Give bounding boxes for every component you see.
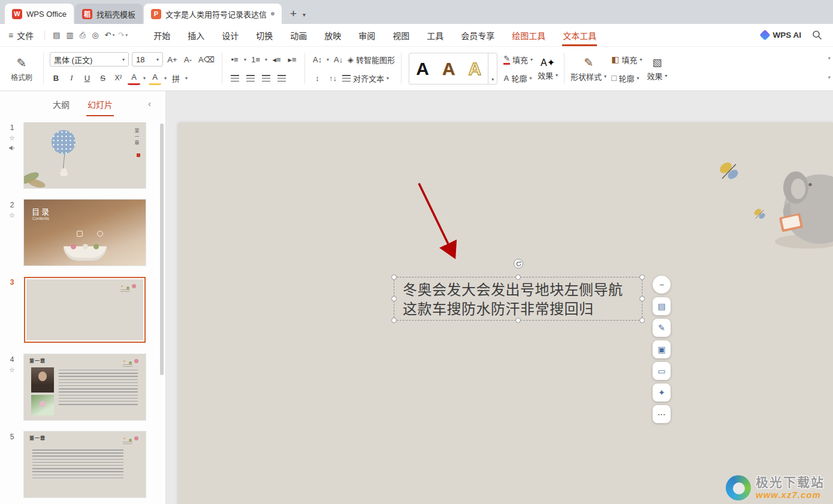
convert-smart-graphic-button[interactable]: ◈ 转智能图形 [348,54,395,65]
shape-effect-button[interactable]: ▧ 效果 ▾ [647,49,667,88]
font-size-select[interactable]: 18 ▾ [132,52,163,67]
menu-design[interactable]: 设计 [221,25,239,46]
menu-insert[interactable]: 插入 [187,25,205,46]
slide-3-thumbnail[interactable] [26,279,143,340]
sidebar-scrollbar[interactable] [160,123,164,375]
more-options-button[interactable]: ⋯ [653,405,671,423]
text-fill-button[interactable]: ✎ 填充 ▾ [503,54,533,65]
resize-handle-e[interactable] [639,296,645,301]
selected-textbox[interactable]: 冬奥会发大会发出号地块左侧导航这款车搜防水防汗非常搜回归 [394,277,642,321]
tab-outline[interactable]: 大纲 [52,92,71,116]
menu-review[interactable]: 审阅 [358,25,376,46]
align-text-button[interactable]: 对齐文本 ▾ [342,73,389,84]
collapse-toolbar-button[interactable]: − [653,276,671,294]
line-spacing-button[interactable]: ↕ [311,71,324,85]
superscript-button[interactable]: X² [112,71,125,85]
print-button[interactable]: ⎙ [77,31,89,40]
decrease-font-button[interactable]: A- [182,53,194,67]
text-effect-button[interactable]: A✦ 效果 ▾ [538,49,558,88]
menu-member[interactable]: 会员专享 [460,25,495,46]
tab-wps-home[interactable]: W WPS Office [5,4,74,24]
fill-button[interactable]: ▣ [653,340,671,358]
font-color-dropdown-icon[interactable]: ▾ [143,76,146,81]
highlight-dropdown-icon[interactable]: ▾ [164,76,167,81]
font-name-select[interactable]: 黑体 (正文) ▾ [50,52,129,67]
menu-animation[interactable]: 动画 [289,25,307,46]
align-left-button[interactable] [228,71,241,85]
menu-view[interactable]: 视图 [392,25,410,46]
increase-indent-button[interactable]: ▸≡ [286,53,298,67]
brush-button[interactable]: ✎ [653,319,671,337]
file-menu-button[interactable]: ≡ 文件 [0,29,40,41]
text-effect-style-2[interactable]: A [436,53,462,84]
paragraph-spacing-button[interactable]: ↑↓ [327,71,339,85]
slide-5-thumbnail[interactable]: 第一章 [24,431,146,497]
slide-item-2[interactable]: 2 ☆ 目录 Contents [0,200,158,265]
current-slide[interactable]: 冬奥会发大会发出号地块左侧导航这款车搜防水防汗非常搜回归 [178,123,833,504]
tab-list-chevron-icon[interactable]: ▾ [303,11,309,24]
resize-handle-w[interactable] [391,296,397,301]
slide-item-1[interactable]: 1 ☆ 第一章 [0,122,158,188]
bold-button[interactable]: B [50,71,62,85]
tab-slides[interactable]: 幻灯片 [86,92,114,116]
collapse-panel-icon[interactable]: ‹ [148,98,151,108]
numbering-dropdown-icon[interactable]: ▾ [265,57,267,62]
text-effect-style-1[interactable]: A [409,53,436,84]
magic-wand-button[interactable]: ✦ [653,384,671,402]
menu-tools[interactable]: 工具 [426,25,444,46]
text-effect-style-3[interactable]: A [461,53,488,84]
align-center-button[interactable] [244,71,256,85]
shape-outline-button[interactable]: □ 轮廓 ▾ [611,73,639,84]
decrease-indent-button[interactable]: ◂≡ [270,53,283,67]
text-effect-gallery[interactable]: A A A ▾ [409,53,497,84]
layout-button[interactable]: ▭ [653,362,671,380]
redo-dropdown-icon[interactable]: ▾ [125,32,128,38]
gallery-more-button[interactable]: ▾ [488,53,497,84]
menu-transitions[interactable]: 切换 [255,25,273,46]
underline-button[interactable]: U [81,71,93,85]
ribbon-overflow-arrows[interactable]: ▾▾ [828,55,831,80]
text-direction-dropdown-icon[interactable]: ▾ [327,57,329,62]
font-color-button[interactable]: A [128,71,140,85]
text-rotate-button[interactable]: A↓ [332,53,345,67]
menu-slideshow[interactable]: 放映 [324,25,342,46]
menu-home[interactable]: 开始 [153,25,171,46]
menu-drawing-tools[interactable]: 绘图工具 [511,25,546,46]
clear-format-button[interactable]: A⌫ [197,53,216,67]
tab-docer-templates[interactable]: 稻 找稻壳模板 [75,4,143,24]
output-button[interactable]: ▥ [63,31,76,40]
format-painter-button[interactable]: ✎ 格式刷 [6,49,37,88]
tab-close-dot-icon[interactable] [271,12,274,16]
text-direction-button[interactable]: A↕ [311,53,324,67]
text-outline-button[interactable]: A 轮廓 ▾ [503,73,532,84]
bullet-list-button[interactable]: •≡ [228,53,241,67]
layers-button[interactable]: ▤ [653,297,671,315]
resize-handle-sw[interactable] [391,318,397,323]
shape-style-button[interactable]: ✎ 形状样式 ▾ [571,49,606,88]
resize-handle-ne[interactable] [639,274,645,280]
resize-handle-n[interactable] [515,274,521,280]
pinyin-dropdown-icon[interactable]: ▾ [185,76,188,81]
pinyin-guide-button[interactable]: 拼 [170,71,182,85]
menu-text-tools[interactable]: 文本工具 [562,25,597,46]
slide-item-4[interactable]: 4 ☆ 第一章 [0,354,158,420]
resize-handle-s[interactable] [515,318,521,323]
align-right-button[interactable] [259,71,272,85]
numbered-list-button[interactable]: 1≡ [249,53,262,67]
italic-button[interactable]: I [65,71,78,85]
resize-handle-se[interactable] [639,318,645,323]
slide-4-thumbnail[interactable]: 第一章 [24,354,146,420]
slide-item-3[interactable]: 3 [0,277,158,343]
increase-font-button[interactable]: A+ [166,53,179,67]
shape-fill-button[interactable]: ◧ 填充 ▾ [611,54,642,65]
preview-button[interactable]: ◎ [89,31,101,40]
save-button[interactable]: ▤ [50,31,63,40]
slide-1-thumbnail[interactable]: 第一章 [24,122,146,188]
highlight-color-button[interactable]: A [149,71,161,85]
strikethrough-button[interactable]: S [96,71,109,85]
tab-current-document[interactable]: P 文字是人类用符号记录表达信息以 [144,4,282,24]
textbox-text[interactable]: 冬奥会发大会发出号地块左侧导航这款车搜防水防汗非常搜回归 [394,277,642,322]
justify-button[interactable] [275,71,288,85]
slide-2-thumbnail[interactable]: 目录 Contents [24,200,146,265]
new-tab-button[interactable]: + [283,7,303,24]
